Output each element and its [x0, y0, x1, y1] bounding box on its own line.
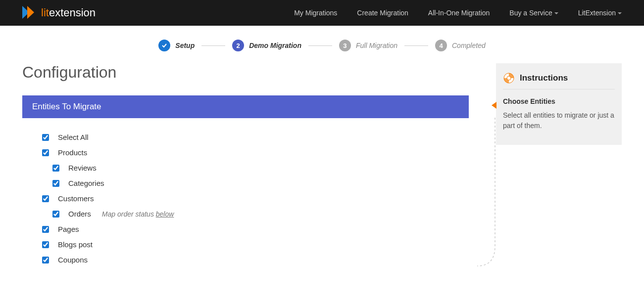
nav-buy-service[interactable]: Buy a Service: [509, 9, 558, 17]
pointer-arrow-icon: [492, 102, 496, 109]
entity-label: Customers: [58, 194, 94, 203]
logo-text: litextension: [41, 6, 96, 19]
entity-categories: Categories: [42, 179, 469, 187]
entity-label: Reviews: [68, 164, 97, 172]
content-container: Configuration Entities To Migrate Select…: [0, 63, 644, 271]
nav-my-migrations[interactable]: My Migrations: [294, 9, 337, 17]
entity-list: Select All Products Reviews Categories C…: [22, 133, 469, 264]
step-setup[interactable]: Setup: [158, 40, 195, 51]
checkbox-coupons[interactable]: [42, 257, 49, 263]
nav-menu: My Migrations Create Migration All-In-On…: [294, 9, 622, 17]
checkbox-select-all[interactable]: [42, 134, 49, 141]
lifebuoy-icon: [503, 72, 515, 84]
svg-point-1: [507, 76, 511, 80]
nav-litextension[interactable]: LitExtension: [578, 9, 622, 17]
step-completed[interactable]: 4 Completed: [435, 40, 486, 51]
instructions-panel: Instructions Choose Entities Select all …: [496, 63, 622, 145]
step-connector: [201, 45, 225, 46]
entity-select-all: Select All: [42, 133, 469, 141]
step-number: 2: [232, 40, 244, 51]
instructions-text: Select all entities to migrate or just a…: [503, 110, 615, 131]
top-nav: litextension My Migrations Create Migrat…: [0, 0, 644, 26]
step-full-migration[interactable]: 3 Full Migration: [339, 40, 397, 51]
step-demo-migration[interactable]: 2 Demo Migration: [232, 40, 301, 51]
entity-label: Blogs post: [58, 240, 93, 249]
entity-products: Products: [42, 148, 469, 157]
entity-label: Categories: [68, 179, 104, 187]
logo[interactable]: litextension: [22, 6, 96, 20]
instructions-header: Instructions: [503, 72, 615, 89]
migration-stepper: Setup 2 Demo Migration 3 Full Migration …: [0, 26, 644, 63]
sidebar: Instructions Choose Entities Select all …: [496, 63, 622, 271]
checkbox-reviews[interactable]: [52, 165, 59, 172]
page-title: Configuration: [22, 63, 469, 82]
checkbox-orders[interactable]: [52, 211, 59, 218]
entity-customers: Customers: [42, 194, 469, 203]
nav-all-in-one[interactable]: All-In-One Migration: [428, 9, 490, 17]
checkbox-customers[interactable]: [42, 195, 49, 202]
entity-label: Coupons: [58, 256, 88, 264]
entity-label: Products: [58, 148, 87, 157]
step-label: Setup: [175, 42, 195, 49]
connector-line: [477, 118, 496, 271]
step-connector: [308, 45, 332, 46]
instructions-title: Instructions: [520, 73, 568, 83]
chevron-down-icon: [554, 12, 558, 14]
main-panel: Configuration Entities To Migrate Select…: [22, 63, 469, 271]
entity-coupons: Coupons: [42, 256, 469, 264]
entity-label: Pages: [58, 225, 79, 233]
entity-blogs: Blogs post: [42, 240, 469, 249]
nav-create-migration[interactable]: Create Migration: [357, 9, 408, 17]
orders-hint: Map order status below: [102, 210, 174, 218]
step-number: 4: [435, 40, 447, 51]
entity-pages: Pages: [42, 225, 469, 233]
step-label: Demo Migration: [249, 42, 301, 49]
entity-orders: Orders Map order status below: [42, 210, 469, 218]
checkbox-pages[interactable]: [42, 226, 49, 233]
step-connector: [404, 45, 428, 46]
checkbox-products[interactable]: [42, 149, 49, 156]
section-header-entities: Entities To Migrate: [22, 95, 469, 118]
checkbox-blogs[interactable]: [42, 241, 49, 248]
logo-icon: [22, 6, 36, 20]
instructions-subtitle: Choose Entities: [503, 97, 615, 105]
step-label: Full Migration: [356, 42, 397, 49]
entity-label: Select All: [58, 133, 89, 141]
check-icon: [158, 40, 170, 51]
entity-reviews: Reviews: [42, 164, 469, 172]
orders-hint-link[interactable]: below: [156, 210, 174, 218]
entity-label: Orders: [68, 210, 91, 218]
step-number: 3: [339, 40, 351, 51]
step-label: Completed: [452, 42, 486, 49]
chevron-down-icon: [618, 12, 622, 14]
checkbox-categories[interactable]: [52, 180, 59, 187]
